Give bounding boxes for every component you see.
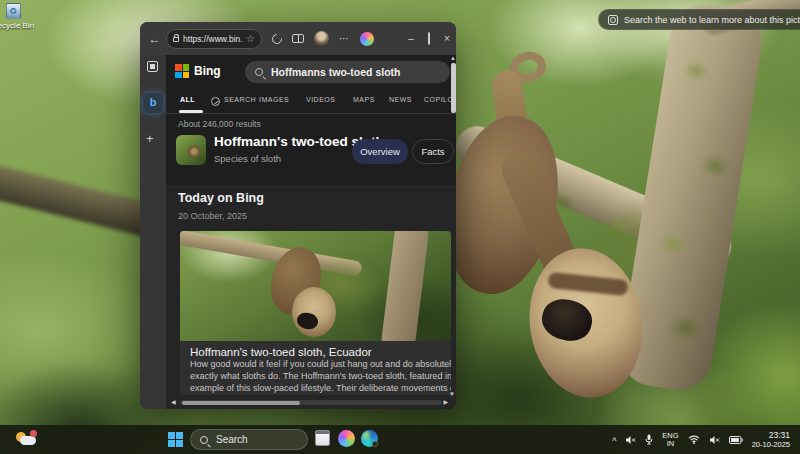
scroll-right-icon[interactable]: ▶ [443,398,448,405]
scroll-down-icon[interactable]: ▼ [449,391,455,397]
visual-search-label: Search the web to learn more about this … [624,15,800,25]
visual-search-pill[interactable]: Search the web to learn more about this … [598,9,800,30]
bing-page: Bing Hoffmanns two-toed sloth ALL SEARCH… [166,55,456,409]
bing-tabs: ALL SEARCH IMAGES VIDEOS MAPS NEWS COPIL… [166,93,456,113]
tab-search[interactable]: SEARCH [224,96,256,103]
overview-button[interactable]: Overview [352,139,408,164]
tab-news[interactable]: NEWS [389,96,412,103]
taskbar: Search ^ ENG IN [0,425,800,454]
recycle-bin-icon: ♻ [6,3,21,19]
vertical-scrollbar-thumb[interactable] [451,63,456,113]
copilot-search-icon [211,97,220,106]
search-icon [200,436,208,444]
scroll-up-icon[interactable]: ▲ [450,55,456,61]
card-sloth-head [292,287,336,337]
search-icon [255,68,263,76]
more-options-icon[interactable]: ⋯ [339,33,350,44]
bing-sidebar-button[interactable]: b [143,93,163,113]
today-date: 20 October, 2025 [178,211,247,221]
today-card[interactable]: Hoffmann's two-toed sloth, Ecuador How g… [180,231,451,395]
tab-manager-icon[interactable] [147,61,158,72]
cloud-icon [20,436,36,445]
horizontal-scrollbar-thumb[interactable] [182,401,300,405]
today-card-image [180,231,451,341]
language-bottom: IN [662,440,678,448]
copilot-taskbar-icon[interactable] [338,430,355,447]
tab-all[interactable]: ALL [180,96,195,103]
edge-badge [372,441,378,447]
today-card-line: example of this slow-paced lifestyle. Th… [190,382,451,394]
new-tab-icon[interactable]: + [146,131,154,146]
minimize-button[interactable]: – [402,33,420,44]
knowledge-subtitle: Species of sloth [214,153,281,164]
window-titlebar: ← https://www.bin... ☆ ⋯ – × [140,22,456,55]
tab-images[interactable]: IMAGES [259,96,289,103]
tabs-divider [166,113,456,114]
app-window-glyph [315,430,330,446]
horizontal-scrollbar[interactable] [180,400,442,405]
maximize-button[interactable] [420,33,438,44]
edge-taskbar-icon[interactable] [361,430,378,447]
back-button[interactable]: ← [148,32,161,46]
today-card-line: How good would it feel if you could just… [190,358,451,370]
knowledge-thumbnail[interactable] [176,135,206,165]
close-button[interactable]: × [438,33,456,44]
recycle-bin-shortcut[interactable]: ♻ Recycle Bin [0,3,36,30]
bing-brand-text[interactable]: Bing [194,64,221,78]
split-screen-icon[interactable] [292,34,304,43]
today-heading: Today on Bing [178,191,264,205]
results-count: About 246,000 results [178,119,261,129]
desktop: ♻ Recycle Bin Search the web to learn mo… [0,0,800,454]
tray-chevron-icon[interactable]: ^ [612,436,616,446]
microphone-icon[interactable] [645,434,653,445]
tray-clock[interactable]: 23:31 20-10-2025 [752,430,790,450]
favorites-star-icon[interactable]: ☆ [246,34,255,44]
profile-avatar[interactable] [314,31,329,46]
tab-maps[interactable]: MAPS [353,96,375,103]
facts-button[interactable]: Facts [412,139,454,164]
maximize-icon [428,32,430,45]
today-card-title: Hoffmann's two-toed sloth, Ecuador [190,346,451,358]
copilot-glyph [338,430,355,447]
tab-videos[interactable]: VIDEOS [306,96,335,103]
speaker-mute-icon[interactable] [709,435,720,445]
bing-search-box[interactable]: Hoffmanns two-toed sloth [245,61,450,83]
today-card-line: exactly what sloths do. The Hoffmann's t… [190,370,451,382]
widgets-weather-icon[interactable] [14,430,40,448]
search-query: Hoffmanns two-toed sloth [271,66,401,78]
scroll-left-icon[interactable]: ◀ [171,398,176,405]
lock-icon [173,37,179,42]
copilot-icon[interactable] [360,32,374,46]
volume-mute-icon[interactable] [625,435,636,445]
tray-time: 23:31 [752,430,790,440]
card-trunk [380,231,430,341]
edge-window: ← https://www.bin... ☆ ⋯ – × b + Bing [140,22,456,409]
address-bar[interactable]: https://www.bin... ☆ [166,29,262,49]
tray-date: 20-10-2025 [752,440,790,450]
image-search-icon [608,15,618,25]
today-on-bing-panel: Today on Bing 20 October, 2025 Hoffmann'… [166,185,456,409]
window-sidebar: b + [140,55,166,409]
taskbar-search-label: Search [216,434,248,445]
today-card-caption: Hoffmann's two-toed sloth, Ecuador How g… [180,341,451,395]
bing-logo [175,64,189,78]
app-window-icon[interactable] [314,430,331,447]
system-tray: ^ ENG IN 23:31 20-10-2025 [612,425,800,454]
battery-icon[interactable] [729,436,743,444]
weather-alert-dot [30,430,37,437]
start-button[interactable] [168,432,183,447]
taskbar-search[interactable]: Search [190,429,308,450]
address-url: https://www.bin... [183,34,242,44]
refresh-icon[interactable] [270,31,284,45]
recycle-bin-label: Recycle Bin [0,21,36,30]
wifi-icon[interactable] [688,435,700,444]
language-indicator[interactable]: ENG IN [662,432,678,448]
